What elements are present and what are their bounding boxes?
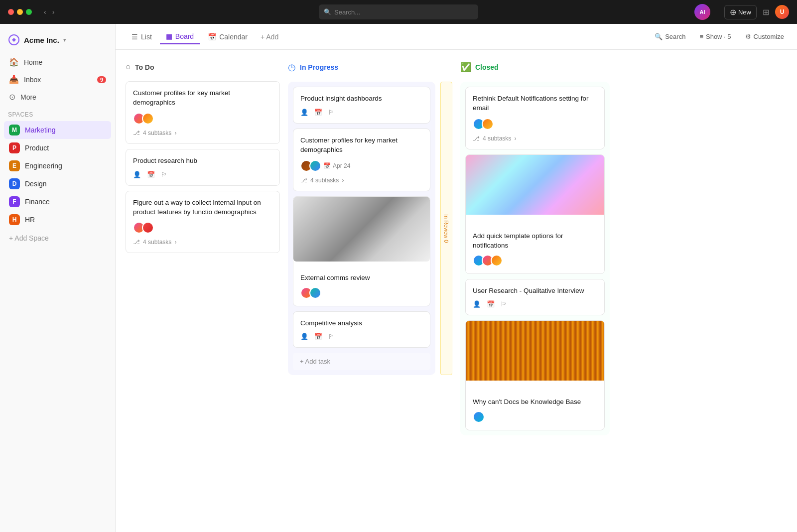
date-icon: 📅	[323, 162, 331, 169]
card-title: Product insight dashboards	[300, 94, 423, 104]
close-window-button[interactable]	[8, 9, 14, 15]
card-quick-template-options[interactable]: Add quick template options for notificat…	[465, 154, 605, 274]
add-task-button[interactable]: + Add task	[293, 353, 430, 370]
sidebar-home-label: Home	[24, 58, 42, 66]
sidebar-item-design[interactable]: D Design	[4, 175, 111, 193]
sidebar-item-engineering[interactable]: E Engineering	[4, 157, 111, 175]
sidebar-more-label: More	[20, 93, 36, 101]
customize-label: Customize	[754, 33, 784, 40]
card-title: Customer profiles for key market demogra…	[133, 89, 272, 108]
subtasks-row[interactable]: ⎇ 4 subtasks ›	[133, 239, 272, 246]
inprogress-title: In Progress	[300, 63, 338, 71]
todo-title: To Do	[135, 63, 154, 71]
subtask-chevron-icon: ›	[342, 177, 344, 184]
card-product-insight-dashboards[interactable]: Product insight dashboards 👤 📅 🏳	[293, 87, 430, 124]
card-title: Customer profiles for key market demogra…	[300, 136, 423, 155]
card-body: Why can't Docs be Knowledge Base	[466, 391, 604, 430]
tab-calendar[interactable]: 📅 Calendar	[202, 30, 254, 44]
user-avatar[interactable]: U	[775, 5, 789, 19]
grid-icon[interactable]: ⊞	[763, 7, 769, 17]
tab-list[interactable]: ☰ List	[126, 30, 158, 44]
card-external-comms-review[interactable]: External comms review	[293, 196, 430, 306]
subtask-chevron-icon: ›	[174, 239, 176, 246]
subtask-count: 4 subtasks	[143, 239, 171, 246]
card-collect-internal-input[interactable]: Figure out a way to collect internal inp…	[126, 191, 280, 254]
card-competitive-analysis[interactable]: Competitive analysis 👤 📅 🏳	[293, 311, 430, 348]
subtask-icon: ⎇	[133, 239, 140, 246]
in-review-tab[interactable]: In Review 0	[440, 82, 452, 375]
card-avatars	[300, 287, 423, 299]
card-title: External comms review	[300, 273, 423, 283]
column-closed-header: ✅ Closed	[460, 60, 610, 77]
subtasks-row[interactable]: ⎇ 4 subtasks ›	[133, 130, 272, 136]
card-rethink-notifications[interactable]: Rethink Default Notifications setting fo…	[465, 87, 605, 149]
main-layout: Acme Inc. ▾ 🏠 Home 📥 Inbox 9 ⊙ More Spac…	[0, 24, 797, 532]
new-label: New	[738, 8, 751, 16]
subtasks-row[interactable]: ⎇ 4 subtasks ›	[300, 177, 423, 184]
sidebar-item-product[interactable]: P Product	[4, 139, 111, 157]
show-label: Show · 5	[706, 33, 731, 40]
finance-dot: F	[9, 196, 20, 207]
ai-badge[interactable]: AI	[694, 4, 710, 20]
card-user-research-qualitative[interactable]: User Research - Qualitative Interview 👤 …	[465, 279, 605, 316]
date-icon: 📅	[147, 171, 155, 178]
inprogress-column-bg: Product insight dashboards 👤 📅 🏳 Custome…	[288, 82, 435, 375]
pink-blue-image	[466, 155, 604, 215]
add-space-button[interactable]: + Add Space	[0, 231, 115, 246]
hr-dot: H	[9, 214, 20, 225]
column-todo-header: ○ To Do	[126, 60, 280, 76]
sidebar-header[interactable]: Acme Inc. ▾	[0, 30, 115, 54]
avatar	[473, 411, 485, 423]
card-customer-profiles-todo[interactable]: Customer profiles for key market demogra…	[126, 81, 280, 144]
product-label: Product	[25, 144, 49, 152]
customize-icon: ⚙	[745, 33, 751, 40]
sidebar-item-marketing[interactable]: M Marketing	[4, 121, 111, 139]
board-icon: ▦	[166, 32, 172, 40]
subtask-icon: ⎇	[133, 130, 140, 136]
sidebar-item-more[interactable]: ⊙ More	[4, 89, 111, 105]
add-view-button[interactable]: + Add	[256, 30, 283, 44]
card-avatars	[133, 113, 272, 125]
design-dot: D	[9, 178, 20, 189]
window-controls	[8, 9, 32, 15]
card-meta: 👤 📅 🏳	[300, 109, 423, 116]
golden-image	[466, 321, 604, 381]
maximize-window-button[interactable]	[26, 9, 32, 15]
card-docs-knowledge-base[interactable]: Why can't Docs be Knowledge Base	[465, 320, 605, 430]
back-arrow[interactable]: ‹	[42, 7, 48, 17]
hr-label: HR	[25, 216, 35, 224]
inprogress-cards: Product insight dashboards 👤 📅 🏳 Custome…	[288, 82, 435, 375]
assignee-icon: 👤	[133, 171, 141, 178]
show-button[interactable]: ≡ Show · 5	[696, 31, 734, 42]
subtasks-row[interactable]: ⎇ 4 subtasks ›	[473, 135, 597, 142]
global-search-bar[interactable]: 🔍 Search...	[319, 4, 478, 19]
avatar	[309, 160, 321, 172]
search-button[interactable]: 🔍 Search	[652, 31, 688, 42]
customize-button[interactable]: ⚙ Customize	[742, 31, 787, 42]
new-button[interactable]: ⊕ New	[724, 5, 757, 19]
date-icon: 📅	[314, 333, 322, 340]
marketing-dot: M	[9, 125, 20, 135]
flag-icon: 🏳	[328, 109, 335, 116]
card-customer-profiles-inprogress[interactable]: Customer profiles for key market demogra…	[293, 129, 430, 191]
avatar	[309, 287, 321, 299]
plus-icon: ⊕	[730, 7, 736, 17]
card-product-research-hub[interactable]: Product research hub 👤 📅 🏳	[126, 149, 280, 186]
forward-arrow[interactable]: ›	[50, 7, 57, 17]
card-body: Add quick template options for notificat…	[466, 225, 604, 273]
card-image	[293, 197, 430, 262]
date-row: 📅 Apr 24	[323, 162, 350, 169]
spaces-label: Spaces	[0, 105, 115, 121]
date-icon: 📅	[314, 109, 322, 116]
minimize-window-button[interactable]	[17, 9, 23, 15]
assignee-icon: 👤	[300, 333, 308, 340]
column-todo: ○ To Do Customer profiles for key market…	[126, 60, 280, 522]
sidebar-item-inbox[interactable]: 📥 Inbox 9	[4, 71, 111, 88]
sidebar-item-home[interactable]: 🏠 Home	[4, 54, 111, 70]
tab-board[interactable]: ▦ Board	[160, 29, 200, 44]
avatar	[482, 118, 494, 130]
sidebar-nav: 🏠 Home 📥 Inbox 9 ⊙ More	[0, 54, 115, 105]
bw-image	[293, 197, 430, 262]
sidebar-item-finance[interactable]: F Finance	[4, 193, 111, 211]
sidebar-item-hr[interactable]: H HR	[4, 211, 111, 229]
